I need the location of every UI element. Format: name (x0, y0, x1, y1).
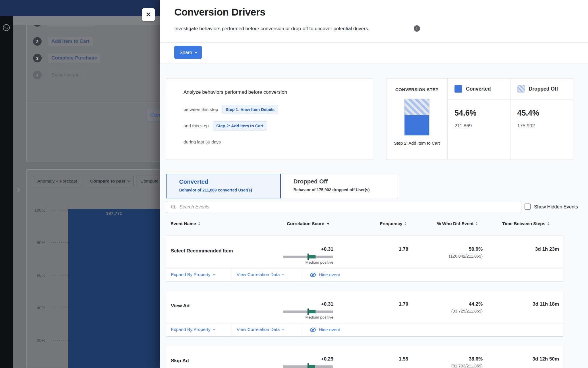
show-hidden-events-checkbox[interactable] (525, 204, 531, 210)
expand-by-property-button[interactable]: Expand By Property (171, 272, 214, 277)
funnel-step-3: 3 Complete Purchase (33, 53, 100, 63)
hide-event-button[interactable]: Hide event (310, 272, 340, 278)
chevron-down-icon (213, 328, 215, 330)
chevron-down-icon (282, 273, 285, 275)
correlation-bar-zero-tick (307, 254, 309, 260)
sort-icon (475, 222, 478, 226)
y-tick: 40% (28, 305, 45, 310)
conversion-drivers-panel: Conversion Drivers Investigate behaviors… (160, 0, 588, 368)
correlation-bar (283, 256, 333, 258)
search-events-input[interactable] (179, 204, 521, 210)
left-sidebar (0, 16, 13, 368)
header-divider (160, 42, 588, 43)
panel-subtitle: Investigate behaviors performed before c… (174, 26, 369, 32)
chevron-down-icon (282, 328, 285, 330)
mini-stacked-bar (404, 99, 430, 135)
dropped-swatch-icon (517, 85, 525, 93)
step-number-badge: 4 (33, 71, 42, 79)
y-tick: 100% (28, 208, 45, 212)
event-row-skip-ad: Skip Ad +0.29 Weak positive 1.55 38.6% (… (166, 345, 563, 368)
y-tick: 80% (28, 240, 45, 245)
converted-legend-label: Converted (466, 86, 491, 92)
panel-title: Conversion Drivers (174, 6, 266, 18)
header-time-between-steps[interactable]: Time Between Steps (502, 221, 550, 226)
row-actions: Expand By Property View Correlation Data… (166, 323, 563, 336)
converted-percent: 54.6% (454, 109, 477, 118)
funnel-step-4-placeholder: 4 Select event... (33, 70, 86, 80)
converted-segment (405, 115, 429, 135)
eye-slash-icon (310, 327, 316, 333)
close-icon: ✕ (146, 11, 151, 18)
converted-swatch-icon (454, 85, 462, 93)
compare-to-past-button: Compare to past (86, 176, 134, 186)
and-step-label: and this step (183, 123, 209, 129)
app-screen: 1 View Item Details 2 Add Item to Cart 3… (0, 0, 588, 368)
event-row-view-ad: View Ad +0.31 Medium positive 1.70 44.2%… (166, 290, 563, 337)
correlation-bar-value (308, 310, 316, 313)
funnel-bar-step1 (68, 209, 160, 368)
sort-icon (547, 222, 550, 226)
dropped-segment (405, 99, 429, 115)
card-section-divider (27, 102, 160, 102)
header-event-name[interactable]: Event Name (171, 221, 200, 226)
converted-count: 211,869 (454, 123, 472, 129)
anomaly-forecast-button: Anomaly + Forecast (33, 176, 81, 186)
y-tick: 60% (28, 273, 45, 277)
step1-chip[interactable]: Step 1: View Item Details (222, 105, 278, 114)
eye-slash-icon (310, 272, 316, 278)
step-number-badge: 2 (33, 37, 42, 46)
funnel-step-2: 2 Add Item to Cart (33, 37, 93, 46)
share-button[interactable]: Share (174, 46, 202, 59)
view-correlation-data-button[interactable]: View Correlation Data (237, 327, 284, 332)
step-number-badge: 3 (33, 54, 42, 62)
expand-by-property-button[interactable]: Expand By Property (171, 327, 214, 332)
dropped-percent: 45.4% (517, 109, 539, 118)
correlation-bar-value (308, 365, 315, 368)
dropped-column: Dropped Off 45.4% 175,902 (510, 78, 573, 160)
funnel-bar-value: 387,771 (68, 211, 160, 216)
chevron-down-icon (127, 179, 130, 182)
header-frequency[interactable]: Frequency (380, 221, 407, 226)
search-icon (171, 204, 176, 210)
page-subheader-band (13, 16, 160, 25)
converted-column: Converted 54.6% 211,869 (448, 78, 510, 160)
sort-desc-icon (327, 223, 330, 225)
info-icon[interactable]: i (414, 25, 420, 32)
between-step-label: between this step (183, 107, 218, 112)
hide-event-button[interactable]: Hide event (310, 327, 340, 333)
duration-label: during last 30 days (183, 139, 221, 145)
show-hidden-events-label: Show Hidden Events (534, 204, 578, 210)
correlation-bar-zero-tick (307, 363, 309, 368)
event-row-select-recommended-item: Select Recommended Item +0.31 Medium pos… (166, 235, 563, 282)
conversion-step-card: CONVERSION STEP Step 2: Add Item to Cart… (386, 78, 573, 160)
dropped-legend-label: Dropped Off (529, 86, 558, 92)
amplitude-logo-icon (3, 24, 10, 31)
step-caption: Step 2: Add Item to Cart (386, 141, 447, 145)
correlation-bar (283, 365, 333, 368)
conversion-step-column: CONVERSION STEP Step 2: Add Item to Cart (386, 78, 448, 160)
close-panel-button[interactable]: ✕ (142, 8, 155, 21)
conversion-step-header: CONVERSION STEP (386, 87, 447, 92)
top-nav-bar (0, 0, 160, 16)
tab-dropped-off[interactable]: Dropped Off Behavior of 175,902 dropped … (281, 174, 399, 198)
sort-icon (404, 222, 407, 226)
y-tick: 20% (28, 338, 45, 343)
sort-icon (198, 222, 200, 226)
dropped-count: 175,902 (517, 123, 535, 129)
collapse-panel-chevron-icon (15, 188, 20, 193)
chevron-down-icon (213, 273, 215, 275)
panel-content: Analyze behaviors performed before conve… (160, 64, 588, 368)
analysis-summary-card: Analyze behaviors performed before conve… (166, 78, 373, 160)
correlation-bar-zero-tick (307, 308, 309, 315)
search-events-box (166, 201, 521, 213)
header-correlation-score[interactable]: Correlation Score (287, 221, 330, 226)
header-pct-who-did-event[interactable]: % Who Did Event (437, 221, 478, 226)
correlation-bar-value (308, 255, 316, 258)
correlation-bar (283, 310, 333, 313)
tab-converted[interactable]: Converted Behavior of 211,869 converted … (166, 174, 281, 198)
summary-heading: Analyze behaviors performed before conve… (183, 89, 287, 95)
step2-chip[interactable]: Step 2: Add Item to Cart (213, 121, 267, 131)
view-correlation-data-button[interactable]: View Correlation Data (237, 272, 284, 277)
chevron-down-icon (195, 51, 198, 53)
row-actions: Expand By Property View Correlation Data… (166, 268, 563, 281)
